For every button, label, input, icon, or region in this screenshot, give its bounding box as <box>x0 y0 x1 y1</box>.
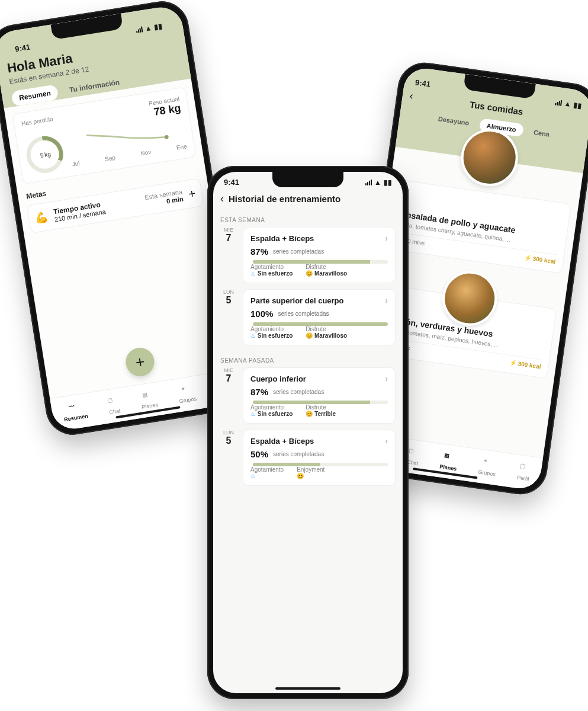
person-icon: ◯ <box>518 463 530 475</box>
activity-icon: 〰 <box>69 402 81 415</box>
people-icon: ⚭ <box>181 385 193 397</box>
flame-icon: ♨ <box>250 411 256 417</box>
document-icon: ▤ <box>444 452 455 464</box>
workout-pct: 100% <box>250 309 273 319</box>
series-label: series completadas <box>278 310 329 317</box>
workout-card[interactable]: Parte superior del cuerpo›100%series com… <box>243 289 396 345</box>
series-label: series completadas <box>273 389 324 395</box>
face-icon: 😊 <box>306 270 313 277</box>
nav-perfil[interactable]: ◯Perfil <box>516 463 531 482</box>
series-label: series completadas <box>273 451 324 457</box>
people-icon: ⚭ <box>482 458 494 470</box>
signal-icon <box>555 99 562 105</box>
flex-arm-icon: 💪 <box>34 210 49 225</box>
chat-icon: ▢ <box>408 447 420 459</box>
workout-date: LUN5 <box>220 430 237 492</box>
tab-cena[interactable]: Cena <box>526 124 557 142</box>
add-goal-button[interactable]: + <box>188 186 197 201</box>
flame-icon: ♨ <box>250 270 256 277</box>
status-time: 9:41 <box>415 78 431 88</box>
meal-kcal: 300 kcal <box>532 255 556 265</box>
back-button[interactable]: ‹ <box>220 193 224 205</box>
document-icon: ▤ <box>142 390 155 403</box>
workout-card[interactable]: Espalda + Bíceps›87%series completadasAg… <box>243 227 396 283</box>
meal-image <box>439 268 500 329</box>
workout-date: MIE7 <box>220 367 237 430</box>
battery-icon: ▮▮ <box>153 22 163 31</box>
status-time: 9:41 <box>224 178 239 187</box>
chat-icon: ▢ <box>107 396 120 409</box>
face-icon: 😊 <box>306 332 313 339</box>
group-header: SEMANA PASADA <box>220 357 396 364</box>
meal-kcal: 300 kcal <box>518 360 541 370</box>
tab-desayuno[interactable]: Desayuno <box>430 111 477 130</box>
nav-grupos[interactable]: ⚭Grupos <box>478 457 497 478</box>
wifi-icon: ▲ <box>144 23 153 33</box>
workout-pct: 87% <box>250 387 268 397</box>
wifi-icon: ▲ <box>564 99 572 108</box>
chevron-right-icon: › <box>385 233 388 243</box>
bolt-icon: ⚡ <box>509 359 516 367</box>
page-title: Historial de entrenamiento <box>229 194 340 204</box>
face-icon: 😊 <box>297 473 304 479</box>
signal-icon <box>136 26 143 33</box>
signal-icon <box>365 180 372 185</box>
home-indicator <box>275 687 340 690</box>
tab-resumen[interactable]: Resumen <box>11 84 59 107</box>
series-label: series completadas <box>273 248 324 255</box>
tab-tu-informacion[interactable]: Tu información <box>61 73 127 99</box>
workout-pct: 87% <box>250 246 268 257</box>
meal-card[interactable]: Ensalada de pollo y aguacate Pollo, toma… <box>388 180 571 274</box>
battery-icon: ▮▮ <box>573 100 583 110</box>
workout-date: MIE7 <box>220 227 237 289</box>
chevron-right-icon: › <box>385 436 388 446</box>
face-icon: 😊 <box>306 411 313 417</box>
group-header: ESTA SEMANA <box>220 217 396 223</box>
nav-chat[interactable]: ▢Chat <box>107 396 121 415</box>
status-time: 9:41 <box>14 43 31 54</box>
bolt-icon: ⚡ <box>523 254 531 262</box>
workout-date: LUN5 <box>220 289 237 351</box>
workout-pct: 50% <box>250 449 268 459</box>
fab-add[interactable]: + <box>124 346 156 379</box>
battery-icon: ▮▮ <box>384 178 392 187</box>
nav-planes[interactable]: ▤Planes <box>439 452 459 472</box>
workout-card[interactable]: Cuerpo inferior›87%series completadasAgo… <box>243 367 396 424</box>
flame-icon: ♨ <box>250 473 256 479</box>
workout-name: Espalda + Bíceps <box>250 437 314 446</box>
chevron-right-icon: › <box>385 374 388 383</box>
workout-name: Espalda + Bíceps <box>250 234 314 243</box>
nav-grupos[interactable]: ⚭Grupos <box>177 384 197 404</box>
notch <box>272 172 343 187</box>
progress-ring: 5kg <box>24 133 66 175</box>
nav-chat[interactable]: ▢Chat <box>407 447 420 466</box>
phone-historial: 9:41 ▲ ▮▮ ‹ Historial de entrenamiento E… <box>207 166 409 699</box>
svg-point-0 <box>164 134 169 139</box>
flame-icon: ♨ <box>250 332 256 339</box>
current-weight: 78 <box>153 104 166 118</box>
wifi-icon: ▲ <box>374 178 381 187</box>
workout-name: Cuerpo inferior <box>250 374 306 383</box>
workout-name: Parte superior del cuerpo <box>250 296 344 305</box>
workout-card[interactable]: Espalda + Bíceps›50%series completadasAg… <box>243 430 396 486</box>
lost-value: 5 <box>40 152 44 159</box>
nav-planes[interactable]: ▤Planes <box>140 390 159 410</box>
chevron-right-icon: › <box>385 296 388 305</box>
back-button[interactable]: ‹ <box>409 89 414 103</box>
nav-resumen[interactable]: 〰Resumen <box>62 401 88 422</box>
